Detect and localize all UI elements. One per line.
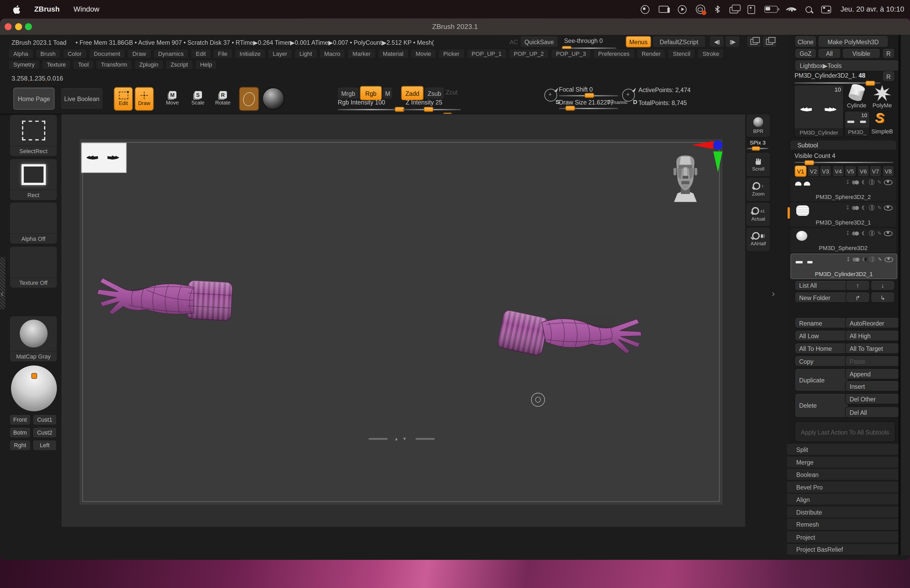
scale-mode-button[interactable]: SScale	[190, 87, 206, 110]
apple-icon[interactable]	[13, 5, 20, 14]
rgb-button[interactable]: Rgb	[360, 86, 382, 100]
view-front-button[interactable]: Front	[9, 414, 31, 425]
menu-pop-up-3[interactable]: POP_UP_3	[551, 49, 592, 58]
align-button[interactable]: Align	[787, 494, 899, 505]
zsub-button[interactable]: Zsub	[424, 87, 444, 99]
subtool-row[interactable]: ↧✎ PM3D_Sphere3D2_2	[790, 177, 896, 201]
v5-button[interactable]: V5	[844, 165, 857, 177]
all-to-target-button[interactable]: All To Target	[845, 343, 899, 354]
menu-texture[interactable]: Texture	[42, 60, 71, 69]
v3-button[interactable]: V3	[819, 165, 832, 177]
insert-button[interactable]: Insert	[845, 381, 899, 392]
play-icon[interactable]	[678, 5, 687, 14]
close-window-button[interactable]	[5, 23, 11, 30]
aahalf-button[interactable]: AAHalf	[746, 227, 771, 252]
project-basrelief-button[interactable]: Project BasRelief	[787, 544, 899, 554]
menu-symetry[interactable]: Symetry	[8, 60, 40, 69]
next-ui-page-button[interactable]: ||||▶	[725, 36, 740, 48]
menu-dynamics[interactable]: Dynamics	[153, 49, 189, 58]
new-folder-button[interactable]: New Folder	[794, 292, 849, 303]
tool-simplebrush[interactable]: S SimpleB	[870, 111, 894, 136]
remesh-button[interactable]: Remesh	[787, 519, 899, 530]
v4-button[interactable]: V4	[832, 165, 844, 177]
subtool-row[interactable]: ↧✎ PM3D_Sphere3D2	[790, 228, 896, 252]
light-placement-sphere[interactable]	[11, 366, 57, 411]
canvas-scroll-bar-right[interactable]	[415, 438, 435, 440]
tool-r-button[interactable]: R	[882, 71, 895, 82]
merge-button[interactable]: Merge	[787, 457, 899, 468]
menu-light[interactable]: Light	[294, 49, 317, 58]
move-mode-button[interactable]: MMove	[164, 87, 181, 110]
lightbox-tools-button[interactable]: Lightbox▶Tools	[794, 60, 899, 71]
v1-button[interactable]: V1	[794, 165, 807, 177]
model-arm-right[interactable]	[497, 304, 643, 360]
v8-button[interactable]: V8	[882, 165, 894, 177]
tool-polymesh3d[interactable]: PolyMe	[870, 85, 894, 110]
menu-render[interactable]: Render	[637, 49, 666, 58]
v7-button[interactable]: V7	[870, 165, 882, 177]
material-selector[interactable]: MatCap Gray	[9, 316, 57, 362]
goz-button[interactable]: GoZ	[794, 48, 816, 59]
panel-scrollbar[interactable]	[899, 35, 901, 555]
bpr-render-button[interactable]: BPR	[746, 114, 771, 137]
menu-file[interactable]: File	[213, 49, 233, 58]
canvas-scroll-bar-left[interactable]	[369, 438, 388, 440]
menu-document[interactable]: Document	[89, 49, 125, 58]
tool-pm3d-small[interactable]: 10 PM3D_	[844, 111, 870, 137]
record-icon[interactable]	[641, 5, 650, 14]
all-to-home-button[interactable]: All To Home	[794, 343, 849, 354]
menu-picker[interactable]: Picker	[438, 49, 465, 58]
view-left-button[interactable]: Left	[32, 440, 57, 451]
axis-y-arrow[interactable]	[713, 151, 723, 172]
append-button[interactable]: Append	[845, 368, 899, 380]
subtool-down-button[interactable]: ↓	[871, 280, 895, 291]
menu-pop-up-1[interactable]: POP_UP_1	[466, 49, 507, 58]
left-tray-resize-strip[interactable]	[0, 257, 5, 309]
wifi-icon[interactable]	[787, 6, 796, 13]
home-page-button[interactable]: Home Page	[13, 88, 55, 110]
tool-cylinder3d[interactable]: Cylinde	[844, 85, 869, 110]
copy-button[interactable]: Copy	[794, 355, 849, 367]
eye-icon[interactable]	[884, 257, 893, 262]
id-badge-icon[interactable]	[748, 5, 755, 14]
make-polymesh3d-button[interactable]: Make PolyMesh3D	[818, 35, 889, 47]
zoom-window-button[interactable]	[25, 23, 32, 30]
eye-icon[interactable]	[884, 231, 892, 236]
menu-pop-up-2[interactable]: POP_UP_2	[509, 49, 549, 58]
subtool-header[interactable]: Subtool	[790, 140, 896, 150]
rgb-intensity-slider[interactable]	[338, 109, 403, 110]
menu-zscript[interactable]: Zscript	[165, 60, 193, 69]
actual-size-button[interactable]: x1 Actual	[746, 202, 771, 227]
zcut-button[interactable]: Zcut	[446, 89, 457, 95]
axis-z-dot[interactable]	[713, 140, 723, 150]
store-config-button[interactable]	[746, 36, 761, 48]
project-button[interactable]: Project	[787, 531, 899, 543]
del-other-button[interactable]: Del Other	[845, 393, 899, 404]
minimize-window-button[interactable]	[15, 23, 22, 30]
scroll-canvas-button[interactable]: Scroll	[746, 152, 771, 177]
delete-button[interactable]: Delete	[794, 393, 849, 418]
live-boolean-button[interactable]: Live Boolean	[60, 88, 103, 110]
alpha-selector[interactable]: Alpha Off	[9, 202, 57, 244]
menu-movie[interactable]: Movie	[411, 49, 436, 58]
menu-edit[interactable]: Edit	[191, 49, 211, 58]
light-position-dot[interactable]	[31, 373, 37, 379]
v2-button[interactable]: V2	[807, 165, 819, 177]
menu-macro[interactable]: Macro	[319, 49, 346, 58]
active-tool-name[interactable]: PM3D_Cylinder3D2_1. 48	[794, 72, 865, 79]
menu-draw[interactable]: Draw	[127, 49, 151, 58]
current-material-button[interactable]	[262, 88, 284, 110]
creative-cloud-icon[interactable]	[696, 5, 705, 14]
spix-knob[interactable]	[752, 146, 760, 151]
current-brush-button[interactable]	[239, 87, 259, 111]
split-button[interactable]: Split	[787, 444, 899, 455]
view-botm-button[interactable]: Botm	[9, 427, 31, 438]
menu-zplugin[interactable]: Zplugin	[134, 60, 163, 69]
boolean-button[interactable]: Boolean	[787, 469, 899, 480]
autoreorder-button[interactable]: AutoReorder	[845, 317, 899, 328]
camera-head-widget[interactable]	[672, 154, 698, 203]
restore-config-button[interactable]	[762, 36, 777, 48]
subtool-row-selected[interactable]: ↧✎ PM3D_Cylinder3D2_1	[790, 254, 897, 279]
draw-mode-button[interactable]: Draw	[134, 87, 154, 111]
all-high-button[interactable]: All High	[845, 330, 899, 341]
